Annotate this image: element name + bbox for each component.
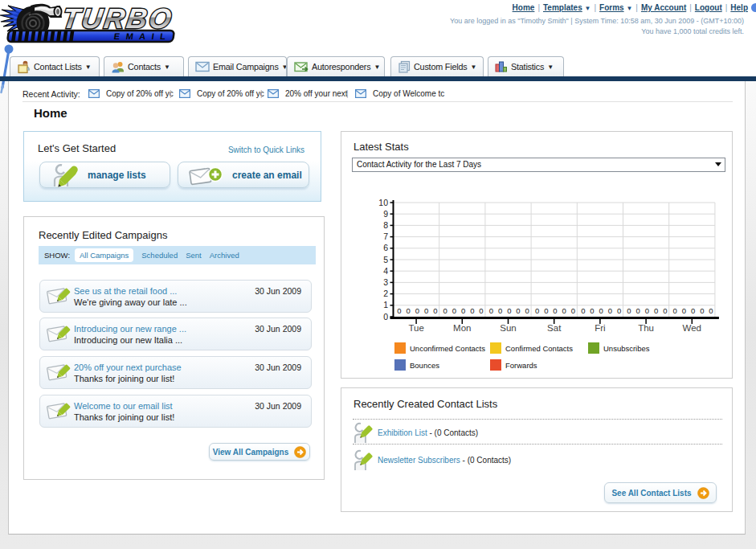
svg-text:0: 0	[627, 306, 631, 315]
svg-text:6: 6	[383, 243, 388, 252]
svg-text:Sun: Sun	[500, 323, 516, 333]
svg-text:2: 2	[383, 289, 388, 298]
svg-text:0: 0	[691, 306, 695, 315]
svg-text:0: 0	[479, 306, 483, 315]
svg-text:1: 1	[383, 300, 388, 309]
svg-text:0: 0	[636, 306, 640, 315]
svg-text:Sat: Sat	[547, 323, 562, 333]
svg-text:EMAIL: EMAIL	[113, 32, 172, 42]
svg-text:3: 3	[383, 277, 388, 287]
svg-text:0: 0	[571, 306, 575, 315]
svg-text:0: 0	[452, 306, 456, 315]
svg-text:8: 8	[383, 220, 388, 230]
svg-text:10: 10	[378, 198, 388, 207]
svg-text:0: 0	[535, 306, 539, 315]
svg-text:0: 0	[433, 306, 437, 315]
svg-text:Unsubscribes: Unsubscribes	[603, 344, 650, 353]
svg-text:Fri: Fri	[595, 323, 605, 333]
svg-text:Wed: Wed	[683, 323, 701, 333]
svg-text:7: 7	[383, 231, 388, 241]
svg-text:Thu: Thu	[638, 323, 654, 333]
svg-text:0: 0	[673, 306, 677, 315]
svg-text:0: 0	[415, 306, 419, 315]
svg-text:Unconfirmed Contacts: Unconfirmed Contacts	[410, 344, 485, 353]
svg-text:TURBO: TURBO	[60, 2, 175, 34]
svg-text:0: 0	[516, 306, 520, 315]
svg-text:Forwards: Forwards	[505, 361, 537, 370]
svg-text:0: 0	[553, 306, 557, 315]
svg-text:0: 0	[525, 306, 529, 315]
svg-text:0: 0	[544, 306, 548, 315]
svg-text:Confirmed Contacts: Confirmed Contacts	[505, 344, 573, 353]
svg-text:0: 0	[581, 306, 585, 315]
svg-text:0: 0	[700, 306, 704, 315]
svg-text:5: 5	[383, 255, 388, 264]
svg-text:0: 0	[654, 306, 658, 315]
svg-text:0: 0	[617, 306, 621, 315]
svg-text:0: 0	[682, 306, 686, 315]
svg-text:0: 0	[663, 306, 667, 315]
svg-text:0: 0	[709, 306, 713, 315]
svg-text:0: 0	[470, 306, 474, 315]
svg-text:9: 9	[383, 209, 388, 219]
svg-text:0: 0	[645, 306, 649, 315]
svg-text:0: 0	[397, 306, 401, 315]
svg-text:Tue: Tue	[408, 323, 423, 333]
svg-text:0: 0	[507, 306, 511, 315]
svg-text:0: 0	[599, 306, 603, 315]
svg-text:0: 0	[443, 306, 447, 315]
svg-text:0: 0	[407, 306, 411, 315]
svg-text:Mon: Mon	[453, 323, 471, 333]
svg-text:0: 0	[424, 306, 428, 315]
svg-text:0: 0	[590, 306, 594, 315]
svg-text:0: 0	[608, 306, 612, 315]
svg-text:Bounces: Bounces	[410, 361, 439, 370]
svg-text:4: 4	[383, 266, 388, 276]
svg-text:0: 0	[562, 306, 566, 315]
svg-text:0: 0	[489, 306, 493, 315]
svg-text:0: 0	[498, 306, 502, 315]
svg-text:0: 0	[461, 306, 465, 315]
svg-text:0: 0	[383, 312, 388, 322]
